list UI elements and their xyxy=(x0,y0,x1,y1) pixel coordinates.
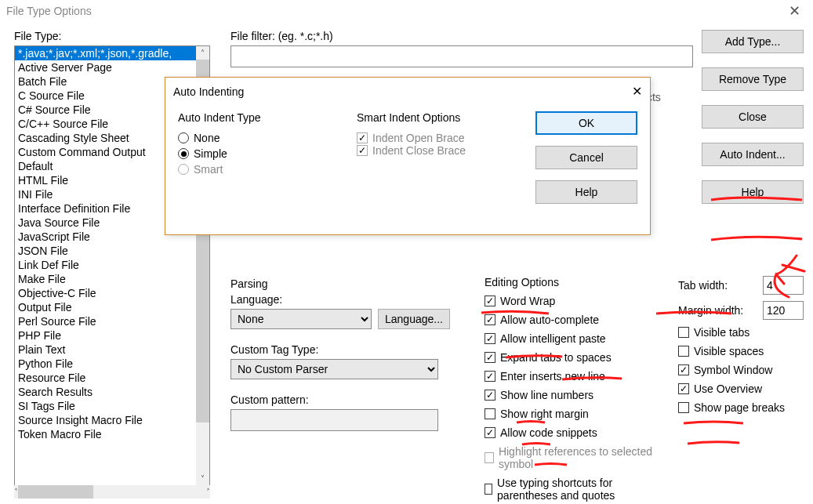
radio-icon xyxy=(178,164,189,175)
dialog-help-button[interactable]: Help xyxy=(535,180,637,204)
editing-checkbox[interactable]: Visible spaces xyxy=(678,345,804,357)
checkbox-icon xyxy=(678,364,689,375)
indent-radio[interactable]: Simple xyxy=(178,147,341,160)
filetype-item[interactable]: Python File xyxy=(15,357,196,371)
checkbox-label: Visible tabs xyxy=(694,326,749,339)
filetype-item[interactable]: Token Macro File xyxy=(15,427,196,441)
indent-radio[interactable]: None xyxy=(178,132,341,144)
editing-checkbox[interactable]: Visible tabs xyxy=(678,326,804,339)
close-icon[interactable]: ✕ xyxy=(782,2,807,20)
radio-label: Simple xyxy=(194,147,227,160)
checkbox-label: Use typing shortcuts for parentheses and… xyxy=(497,477,656,502)
checkbox-label: Indent Close Brace xyxy=(372,144,466,157)
checkbox-label: Word Wrap xyxy=(500,295,555,307)
auto-indent-dialog: Auto Indenting ✕ Auto Indent Type NoneSi… xyxy=(165,77,651,235)
filter-label: File filter: (eg. *.c;*.h) xyxy=(230,30,693,42)
tab-width-input[interactable] xyxy=(763,276,804,295)
checkbox-icon xyxy=(485,314,495,325)
auto-indent-button[interactable]: Auto Indent... xyxy=(702,143,804,166)
titlebar: File Type Options ✕ xyxy=(0,0,813,22)
editing-checkbox[interactable]: Word Wrap xyxy=(485,295,656,307)
filetype-item[interactable]: Output File xyxy=(15,300,196,314)
filetype-item[interactable]: Search Results xyxy=(15,385,196,399)
filetype-item[interactable]: SI Tags File xyxy=(15,399,196,413)
filetype-item[interactable]: PHP File xyxy=(15,328,196,343)
margin-width-input[interactable] xyxy=(763,301,804,320)
filetype-item[interactable]: Perl Source File xyxy=(15,314,196,328)
checkbox-label: Allow code snippets xyxy=(500,426,597,439)
custom-pattern-input[interactable] xyxy=(230,409,438,431)
checkbox-icon xyxy=(485,333,495,344)
filetype-item[interactable]: Active Server Page xyxy=(15,60,196,74)
checkbox-icon xyxy=(357,145,368,156)
filetype-item[interactable]: Plain Text xyxy=(15,343,196,357)
filetype-item[interactable]: JSON File xyxy=(15,244,196,258)
filetype-item[interactable]: Source Insight Macro File xyxy=(15,413,196,427)
remove-type-button[interactable]: Remove Type xyxy=(702,67,804,91)
horizontal-scrollbar[interactable]: ˂ ˃ xyxy=(14,485,210,499)
filetype-item[interactable]: Objective-C File xyxy=(15,286,196,300)
checkbox-label: Enter inserts new line xyxy=(500,370,605,383)
editing-checkbox[interactable]: Enter inserts new line xyxy=(485,370,656,383)
editing-checkbox[interactable]: Show line numbers xyxy=(485,389,656,401)
filter-input[interactable] xyxy=(230,45,693,67)
checkbox-label: Show right margin xyxy=(500,408,589,420)
checkbox-icon xyxy=(678,402,689,413)
checkbox-icon xyxy=(485,408,495,419)
checkbox-icon xyxy=(485,427,495,438)
editing-checkbox[interactable]: Use Overview xyxy=(678,383,804,395)
editing-checkbox[interactable]: Allow auto-complete xyxy=(485,314,656,326)
checkbox-icon xyxy=(485,452,494,463)
h-scroll-thumb[interactable] xyxy=(18,485,93,499)
filetype-item[interactable]: Resource File xyxy=(15,371,196,385)
language-select[interactable]: None xyxy=(230,309,372,329)
cancel-button[interactable]: Cancel xyxy=(535,146,637,169)
checkbox-icon xyxy=(678,327,689,338)
checkbox-label: Show page breaks xyxy=(694,401,785,414)
tab-width-label: Tab width: xyxy=(678,279,757,292)
checkbox-label: Expand tabs to spaces xyxy=(500,351,612,364)
language-label: Language: xyxy=(230,293,466,306)
radio-label: None xyxy=(194,132,220,144)
editing-checkbox[interactable]: Symbol Window xyxy=(678,364,804,376)
checkbox-icon xyxy=(485,371,495,382)
filetype-label: File Type: xyxy=(14,30,210,42)
radio-icon xyxy=(178,132,189,143)
scroll-down-icon[interactable]: ˅ xyxy=(196,472,209,485)
smart-indent-checkbox: Indent Open Brace xyxy=(357,132,520,144)
close-button[interactable]: Close xyxy=(702,105,804,129)
filetype-item[interactable]: Link Def File xyxy=(15,258,196,272)
editing-checkbox[interactable]: Show right margin xyxy=(485,408,656,420)
checkbox-icon xyxy=(357,132,368,143)
filetype-item[interactable]: Make File xyxy=(15,272,196,286)
margin-width-label: Margin width: xyxy=(678,304,757,317)
help-button[interactable]: Help xyxy=(702,180,804,204)
parsing-title: Parsing xyxy=(230,277,466,290)
checkbox-icon xyxy=(485,296,495,306)
editing-checkbox[interactable]: Allow intelligent paste xyxy=(485,332,656,345)
add-type-button[interactable]: Add Type... xyxy=(702,30,804,53)
smart-indent-label: Smart Indent Options xyxy=(357,111,520,124)
checkbox-icon xyxy=(678,383,689,394)
custom-pattern-label: Custom pattern: xyxy=(230,393,466,406)
filetype-item[interactable]: *.java;*.jav;*.xml;*.json,*.gradle, xyxy=(15,46,196,60)
editing-checkbox[interactable]: Expand tabs to spaces xyxy=(485,351,656,364)
editing-title: Editing Options xyxy=(485,276,656,288)
scroll-up-icon[interactable]: ˄ xyxy=(196,46,209,60)
checkbox-icon xyxy=(485,390,495,401)
dialog-close-icon[interactable]: ✕ xyxy=(632,84,642,99)
editing-checkbox[interactable]: Allow code snippets xyxy=(485,426,656,439)
checkbox-label: Show line numbers xyxy=(500,389,593,401)
checkbox-label: Symbol Window xyxy=(694,364,772,376)
editing-checkbox[interactable]: Show page breaks xyxy=(678,401,804,414)
indent-radio: Smart xyxy=(178,163,341,176)
checkbox-icon xyxy=(678,346,689,357)
window-title: File Type Options xyxy=(6,5,92,17)
checkbox-label: Allow intelligent paste xyxy=(500,332,606,345)
editing-checkbox[interactable]: Use typing shortcuts for parentheses and… xyxy=(485,477,656,502)
radio-icon xyxy=(178,148,189,159)
ok-button[interactable]: OK xyxy=(535,111,637,135)
custom-tag-select[interactable]: No Custom Parser xyxy=(230,359,438,379)
radio-label: Smart xyxy=(194,163,223,176)
language-button[interactable]: Language... xyxy=(378,309,450,329)
